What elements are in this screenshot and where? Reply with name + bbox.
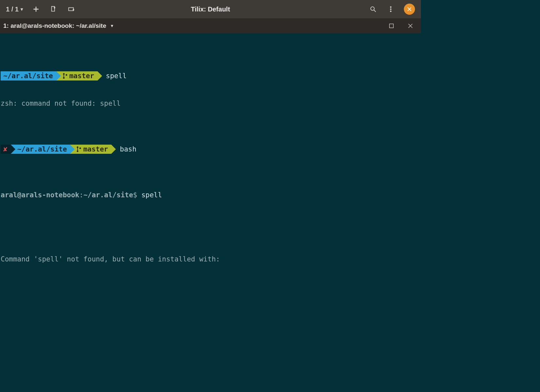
search-icon <box>369 6 377 13</box>
svg-point-0 <box>371 7 374 10</box>
command-text: spell <box>106 71 127 80</box>
output-line: Command 'spell' not found, but can be in… <box>1 255 421 264</box>
plus-icon <box>32 6 40 13</box>
command-text: bash <box>120 145 136 154</box>
session-switcher[interactable]: 1 / 1 ▾ <box>6 5 23 14</box>
menu-button[interactable] <box>386 5 395 14</box>
close-icon <box>407 7 412 12</box>
svg-point-1 <box>390 7 391 8</box>
bash-sep: : <box>79 190 83 200</box>
tab-bar: 1: aral@arals-notebook: ~/ar.al/site ▾ <box>0 18 421 33</box>
add-terminal-down-button[interactable] <box>49 5 58 14</box>
close-pane-button[interactable] <box>406 21 415 30</box>
output-line: zsh: command not found: spell <box>1 99 421 108</box>
prompt-path-segment: ~/ar.al/site <box>11 145 70 154</box>
prompt-line: ✘ ~/ar.al/site master bash <box>1 145 421 154</box>
app-header: 1 / 1 ▾ Tilix: Default <box>0 0 421 18</box>
close-icon <box>407 23 413 29</box>
prompt-path-segment: ~/ar.al/site <box>1 71 56 80</box>
svg-rect-4 <box>389 24 393 28</box>
tab-title-label: 1: aral@arals-notebook: ~/ar.al/site <box>3 21 106 30</box>
svg-point-3 <box>390 11 391 12</box>
prompt-branch-segment: master <box>70 145 111 154</box>
bash-sym: $ <box>133 190 137 200</box>
command-text: spell <box>141 190 162 200</box>
add-tab-right-icon <box>68 6 75 13</box>
chevron-down-icon: ▾ <box>111 21 113 30</box>
maximize-pane-button[interactable] <box>387 21 396 30</box>
kebab-menu-icon <box>387 6 394 13</box>
prompt-error-segment: ✘ <box>1 145 11 154</box>
terminal-pane[interactable]: ~/ar.al/site master spell zsh: command n… <box>0 33 421 306</box>
chevron-down-icon: ▾ <box>21 5 23 14</box>
add-terminal-right-button[interactable] <box>67 5 76 14</box>
close-window-button[interactable] <box>404 4 415 15</box>
prompt-line: ~/ar.al/site master spell <box>1 71 421 80</box>
bash-prompt-line: aral@arals-notebook:~/ar.al/site$ spell <box>1 190 421 200</box>
search-button[interactable] <box>369 5 378 14</box>
blank-line <box>1 227 421 236</box>
bash-path: ~/ar.al/site <box>83 190 133 200</box>
bash-user: aral@arals-notebook <box>1 190 79 200</box>
svg-point-2 <box>390 9 391 10</box>
add-terminal-button[interactable] <box>31 5 41 14</box>
blank-line <box>1 282 421 291</box>
add-tab-down-icon <box>50 6 57 13</box>
maximize-icon <box>388 23 394 29</box>
prompt-branch-segment: master <box>56 71 98 80</box>
tab-title[interactable]: 1: aral@arals-notebook: ~/ar.al/site ▾ <box>3 21 113 30</box>
session-count: 1 / 1 <box>6 5 19 14</box>
